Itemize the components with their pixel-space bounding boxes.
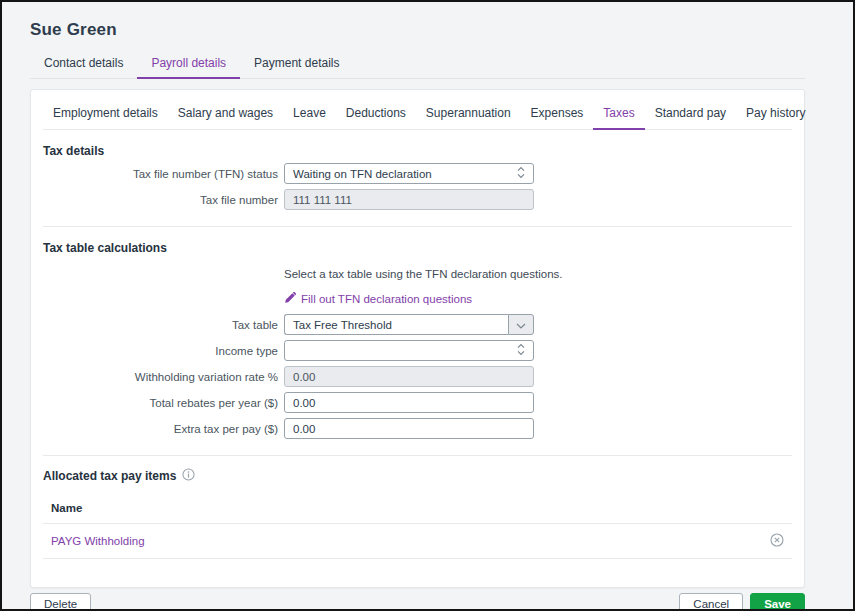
income-type-label: Income type: [43, 345, 284, 357]
subtab-leave[interactable]: Leave: [283, 99, 336, 130]
withholding-variation-rate-field: [284, 366, 534, 387]
extra-tax-label: Extra tax per pay ($): [43, 423, 284, 435]
tfn-number-label: Tax file number: [43, 194, 284, 206]
save-button[interactable]: Save: [750, 593, 805, 611]
tab-contact-details[interactable]: Contact details: [30, 50, 137, 79]
select-spinner-icon: [517, 166, 525, 181]
tax-table-label: Tax table: [43, 319, 284, 331]
subtab-salary-and-wages[interactable]: Salary and wages: [168, 99, 283, 130]
payroll-sub-tabs: Employment details Salary and wages Leav…: [43, 90, 792, 130]
subtab-standard-pay[interactable]: Standard pay: [645, 99, 736, 130]
footer-actions: Delete Cancel Save: [30, 593, 805, 611]
section-divider: [43, 455, 792, 456]
tfn-status-select[interactable]: Waiting on TFN declaration: [284, 163, 534, 184]
total-rebates-label: Total rebates per year ($): [43, 397, 284, 409]
income-type-select[interactable]: [284, 340, 534, 361]
page-title: Sue Green: [30, 20, 805, 40]
cancel-button[interactable]: Cancel: [679, 593, 743, 611]
extra-tax-field[interactable]: [284, 418, 534, 439]
total-rebates-field[interactable]: [284, 392, 534, 413]
table-row: PAYG Withholding: [43, 524, 792, 559]
section-divider: [43, 226, 792, 227]
tfn-status-value: Waiting on TFN declaration: [293, 168, 432, 180]
chevron-down-icon: [516, 318, 526, 332]
tax-table-value-field[interactable]: Tax Free Threshold: [284, 314, 508, 335]
subtab-taxes[interactable]: Taxes: [593, 99, 644, 130]
allocated-items-table: Name PAYG Withholding: [43, 494, 792, 559]
tab-payroll-details[interactable]: Payroll details: [137, 50, 240, 79]
info-icon[interactable]: [182, 468, 195, 484]
allocated-tax-pay-items-heading: Allocated tax pay items: [43, 469, 176, 483]
tfn-status-label: Tax file number (TFN) status: [43, 168, 284, 180]
remove-pay-item-button[interactable]: [770, 533, 784, 547]
subtab-pay-history[interactable]: Pay history: [736, 99, 815, 130]
tax-table-combobox: Tax Free Threshold: [284, 314, 534, 335]
withholding-variation-rate-label: Withholding variation rate %: [43, 371, 284, 383]
subtab-superannuation[interactable]: Superannuation: [416, 99, 521, 130]
subtab-deductions[interactable]: Deductions: [336, 99, 416, 130]
fill-tfn-declaration-link-label: Fill out TFN declaration questions: [301, 293, 472, 305]
tfn-number-field: [284, 189, 534, 210]
subtab-employment-details[interactable]: Employment details: [43, 99, 168, 130]
delete-button[interactable]: Delete: [30, 593, 91, 611]
subtab-expenses[interactable]: Expenses: [521, 99, 594, 130]
tax-table-dropdown-button[interactable]: [508, 314, 534, 335]
fill-tfn-declaration-link[interactable]: Fill out TFN declaration questions: [284, 292, 472, 306]
tax-table-calculations-heading: Tax table calculations: [43, 241, 792, 255]
employee-page: Sue Green Contact details Payroll detail…: [2, 2, 805, 611]
pencil-icon: [284, 292, 296, 306]
remove-circle-icon: [770, 535, 784, 550]
select-spinner-icon: [517, 343, 525, 358]
main-tabs: Contact details Payroll details Payment …: [30, 50, 805, 79]
column-header-name: Name: [43, 494, 762, 524]
tab-payment-details[interactable]: Payment details: [240, 50, 353, 79]
payroll-details-card: Employment details Salary and wages Leav…: [30, 89, 805, 588]
pay-item-link[interactable]: PAYG Withholding: [51, 535, 145, 547]
tax-table-helper-text: Select a tax table using the TFN declara…: [284, 268, 563, 280]
tax-details-heading: Tax details: [43, 144, 792, 158]
